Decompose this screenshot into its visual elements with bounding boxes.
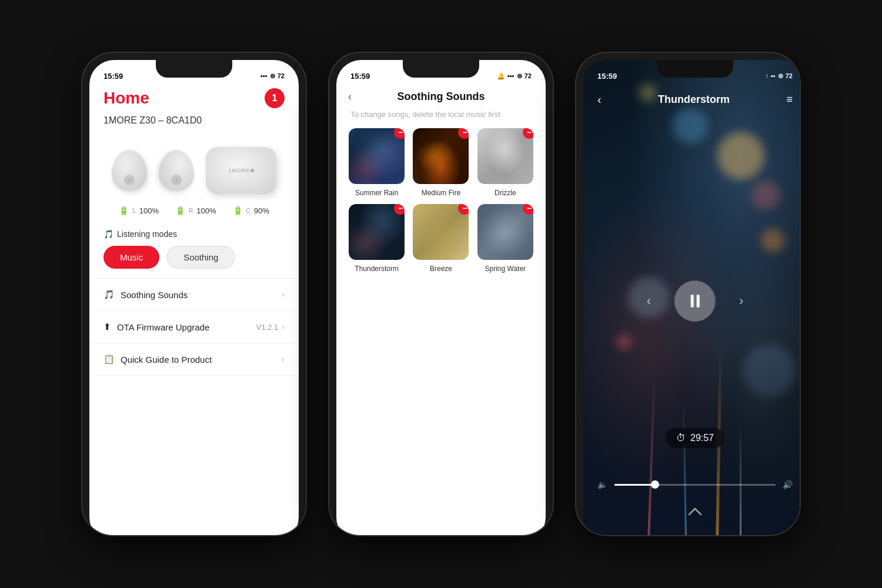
status-icons-3: ↑ ▪▪ ⊜ 72	[765, 72, 793, 80]
music-icon: 🎵	[103, 289, 115, 300]
notification-count: 1	[272, 93, 278, 103]
sound-item-breeze[interactable]: − Breeze	[412, 204, 469, 273]
battery-left-icon: 🔋	[119, 206, 129, 215]
wifi-icon: ⊜	[270, 72, 275, 80]
sound-thumb-spring-water: −	[477, 204, 533, 260]
sound-name-medium-fire: Medium Fire	[422, 189, 461, 197]
status-icons-2: 🔔 ▪▪▪ ⊜ 72	[497, 72, 532, 80]
sound-thumb-medium-fire: −	[413, 128, 469, 184]
chevron-icon-2: ›	[282, 322, 285, 332]
home-header: Home 1	[89, 86, 299, 115]
remove-badge-summer-rain[interactable]: −	[394, 128, 405, 139]
battery-right: 🔋 R 100%	[175, 206, 216, 215]
chevron-icon-1: ›	[282, 290, 285, 299]
pause-bar-1	[691, 295, 694, 308]
battery-left-label: L	[132, 208, 136, 214]
case-dot	[250, 169, 254, 172]
pause-bar-2	[697, 295, 700, 308]
sound-thumb-drizzle: −	[477, 128, 533, 184]
sound-name-summer-rain: Summer Rain	[355, 189, 398, 197]
listening-label: 🎵 Listening modes	[103, 229, 285, 239]
sound-item-summer-rain[interactable]: − Summer Rain	[348, 128, 405, 197]
battery-text-3: 72	[786, 72, 793, 79]
volume-high-icon: 🔊	[783, 480, 793, 489]
remove-badge-medium-fire[interactable]: −	[458, 128, 469, 139]
swipe-up-handle[interactable]	[688, 506, 702, 519]
phone-1: 15:59 ▪▪▪ ⊜ 72 Home 1 1MORE Z30 – 8CA1D0…	[82, 53, 306, 535]
signal-icon-2: ▪▪▪	[507, 72, 514, 79]
sound-name-drizzle: Drizzle	[495, 189, 516, 197]
battery-row: 🔋 L 100% 🔋 R 100% 🔋 C 90%	[89, 206, 299, 225]
sound-thumb-summer-rain: −	[349, 128, 405, 184]
back-button-3[interactable]: ‹	[597, 93, 602, 106]
music-note-icon: 🎵	[103, 229, 113, 239]
volume-thumb[interactable]	[651, 480, 659, 489]
battery-case-icon: 🔋	[233, 206, 243, 215]
status-time-3: 15:59	[597, 72, 617, 81]
wifi-icon-3: ⊜	[778, 72, 783, 80]
battery-right-label: R	[189, 208, 193, 214]
soothing-mode-button[interactable]: Soothing	[166, 246, 235, 269]
chevron-icon-3: ›	[282, 355, 285, 364]
sounds-screen-title: Soothing Sounds	[397, 91, 485, 103]
player-title: Thunderstorm	[658, 93, 730, 106]
signal-icon: ▪▪▪	[260, 72, 268, 79]
phone-3: 15:59 ↑ ▪▪ ⊜ 72 ‹ Thunderstorm ≡ ‹ ›	[576, 53, 800, 535]
home-title: Home	[103, 89, 149, 108]
bell-mute-icon: 🔔	[497, 72, 505, 80]
guide-label: Quick Guide to Product	[121, 355, 212, 365]
volume-track[interactable]	[614, 484, 776, 486]
volume-section: 🔈 🔊	[583, 480, 800, 489]
home-screen: 15:59 ▪▪▪ ⊜ 72 Home 1 1MORE Z30 – 8CA1D0…	[89, 60, 299, 535]
volume-fill	[614, 484, 655, 486]
remove-badge-thunderstorm[interactable]: −	[394, 204, 405, 215]
player-menu-icon[interactable]: ≡	[786, 93, 793, 106]
sound-item-drizzle[interactable]: − Drizzle	[477, 128, 534, 197]
notch-2	[403, 60, 479, 78]
music-mode-button[interactable]: Music	[103, 246, 159, 269]
ota-label: OTA Firmware Upgrade	[117, 322, 209, 332]
sound-item-medium-fire[interactable]: − Medium Fire	[412, 128, 469, 197]
battery-left: 🔋 L 100%	[119, 206, 159, 215]
hint-text: To change songs, delete the local music …	[336, 110, 546, 128]
remove-badge-breeze[interactable]: −	[458, 204, 469, 215]
battery-right-value: 100%	[196, 206, 216, 215]
sound-name-thunderstorm: Thunderstorm	[355, 265, 399, 273]
battery-case-value: 90%	[254, 206, 269, 215]
sound-item-spring-water[interactable]: − Spring Water	[477, 204, 534, 273]
pause-button[interactable]	[674, 280, 716, 322]
timer-value: 29:57	[690, 433, 714, 443]
player-header: ‹ Thunderstorm ≡	[583, 86, 800, 113]
menu-item-ota[interactable]: ⬆ OTA Firmware Upgrade V1.2.1 ›	[89, 311, 299, 343]
battery-text-1: 72	[278, 72, 285, 79]
back-button-2[interactable]: ‹	[348, 91, 352, 103]
battery-text-2: 72	[524, 72, 532, 79]
menu-item-soothing-sounds[interactable]: 🎵 Soothing Sounds ›	[89, 279, 299, 311]
pause-icon	[691, 295, 700, 308]
signal-icon-3: ▪▪	[771, 72, 776, 79]
next-button[interactable]: ›	[739, 293, 743, 309]
notch	[156, 60, 232, 78]
status-icons-1: ▪▪▪ ⊜ 72	[260, 72, 285, 80]
phone-2: 15:59 🔔 ▪▪▪ ⊜ 72 ‹ Soothing Sounds To ch…	[329, 53, 553, 535]
earbud-case: 1MORE	[206, 147, 276, 194]
notification-badge[interactable]: 1	[265, 88, 285, 108]
listening-section: 🎵 Listening modes Music Soothing	[89, 225, 299, 278]
menu-item-guide[interactable]: 📋 Quick Guide to Product ›	[89, 343, 299, 376]
sound-thumb-breeze: −	[413, 204, 469, 260]
status-bar-3: 15:59 ↑ ▪▪ ⊜ 72	[583, 60, 800, 86]
battery-case-label: C	[246, 208, 250, 214]
sound-thumb-thunderstorm: −	[349, 204, 405, 260]
earbud-right: 1	[159, 150, 194, 191]
mode-buttons: Music Soothing	[103, 246, 285, 269]
sound-name-spring-water: Spring Water	[485, 265, 526, 273]
volume-low-icon: 🔈	[597, 480, 607, 489]
wifi-icon-2: ⊜	[517, 72, 522, 80]
earbud-left: 1	[112, 150, 147, 191]
status-time-2: 15:59	[350, 72, 370, 81]
sound-item-thunderstorm[interactable]: − Thunderstorm	[348, 204, 405, 273]
upload-icon: ⬆	[103, 322, 111, 332]
device-name: 1MORE Z30 – 8CA1D0	[89, 115, 299, 135]
timer-badge: ⏱ 29:57	[666, 428, 724, 448]
previous-button[interactable]: ‹	[647, 293, 651, 309]
